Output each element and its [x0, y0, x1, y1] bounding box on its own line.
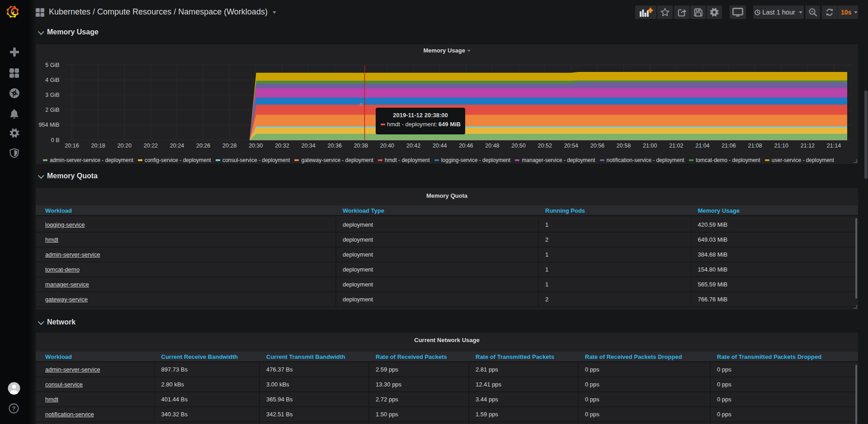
- svg-text:5 GiB: 5 GiB: [45, 62, 59, 68]
- svg-text:20:56: 20:56: [590, 142, 604, 148]
- svg-text:20:52: 20:52: [538, 142, 552, 148]
- svg-text:21:10: 21:10: [774, 142, 788, 148]
- svg-text:21:14: 21:14: [827, 142, 841, 148]
- svg-text:3 GiB: 3 GiB: [45, 91, 59, 98]
- svg-text:20:48: 20:48: [485, 142, 499, 148]
- svg-text:21:12: 21:12: [801, 142, 815, 148]
- svg-text:?: ?: [12, 405, 15, 412]
- svg-text:20:24: 20:24: [170, 142, 184, 148]
- svg-text:21:08: 21:08: [748, 142, 762, 148]
- svg-text:21:06: 21:06: [722, 142, 736, 148]
- svg-text:20:36: 20:36: [328, 142, 342, 148]
- svg-text:0 B: 0 B: [51, 137, 60, 143]
- svg-text:20:20: 20:20: [118, 142, 132, 148]
- svg-text:2 GiB: 2 GiB: [45, 107, 59, 113]
- svg-text:20:42: 20:42: [406, 142, 420, 148]
- svg-text:20:30: 20:30: [249, 142, 263, 148]
- svg-text:20:40: 20:40: [380, 142, 394, 148]
- svg-text:20:44: 20:44: [433, 142, 447, 148]
- svg-text:20:54: 20:54: [564, 142, 578, 148]
- svg-text:20:16: 20:16: [65, 142, 79, 148]
- svg-text:20:34: 20:34: [301, 142, 315, 148]
- svg-text:20:26: 20:26: [196, 142, 210, 148]
- svg-text:21:00: 21:00: [643, 142, 657, 148]
- svg-text:20:46: 20:46: [459, 142, 473, 148]
- svg-text:20:50: 20:50: [511, 142, 525, 148]
- svg-text:954 MiB: 954 MiB: [39, 122, 60, 128]
- svg-text:20:18: 20:18: [91, 142, 105, 148]
- svg-text:20:38: 20:38: [354, 142, 368, 148]
- svg-text:20:58: 20:58: [617, 142, 631, 148]
- svg-text:20:32: 20:32: [275, 142, 289, 148]
- svg-text:21:02: 21:02: [669, 142, 683, 148]
- svg-text:20:28: 20:28: [222, 142, 236, 148]
- svg-text:4 GiB: 4 GiB: [45, 76, 59, 83]
- svg-text:21:04: 21:04: [695, 142, 709, 148]
- svg-text:20:22: 20:22: [144, 142, 158, 148]
